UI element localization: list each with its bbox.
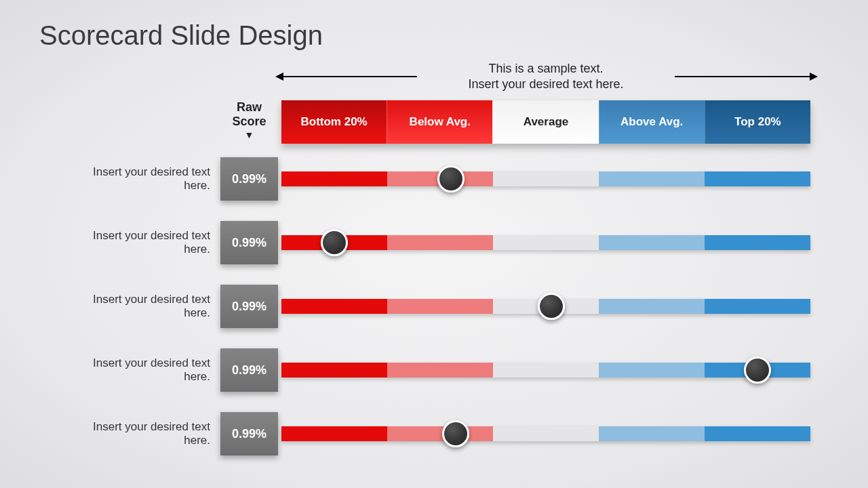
score-bar-segment bbox=[493, 171, 599, 186]
score-bar-segment bbox=[599, 363, 705, 378]
score-bar-segment bbox=[387, 299, 493, 314]
page-title: Scorecard Slide Design bbox=[39, 20, 323, 51]
scorecard-row: Insert your desired text here.0.99% bbox=[0, 285, 868, 328]
score-marker[interactable] bbox=[437, 165, 465, 192]
score-bar bbox=[281, 363, 810, 378]
score-bar-segment bbox=[493, 235, 599, 250]
arrow-left-icon bbox=[275, 73, 283, 81]
col-header-bottom-20: Bottom 20% bbox=[281, 100, 387, 144]
row-label: Insert your desired text here. bbox=[68, 157, 213, 201]
subtitle-line1: This is a sample text. bbox=[488, 62, 603, 75]
score-bar-segment bbox=[599, 299, 705, 314]
scorecard-row: Insert your desired text here.0.99% bbox=[0, 221, 868, 264]
score-marker[interactable] bbox=[321, 229, 348, 256]
raw-score-header: Raw Score ▼ bbox=[220, 100, 278, 140]
col-header-top-20: Top 20% bbox=[705, 100, 810, 144]
score-bar-segment bbox=[281, 426, 387, 441]
score-marker[interactable] bbox=[744, 357, 771, 384]
score-bar bbox=[281, 171, 810, 186]
score-bar-segment bbox=[281, 363, 387, 378]
score-marker[interactable] bbox=[442, 420, 469, 447]
row-label: Insert your desired text here. bbox=[68, 348, 213, 392]
arrow-right-icon bbox=[810, 73, 818, 81]
scorecard-row: Insert your desired text here.0.99% bbox=[0, 157, 868, 201]
score-bar-segment bbox=[599, 235, 705, 250]
row-label: Insert your desired text here. bbox=[68, 412, 213, 455]
scorecard-row: Insert your desired text here.0.99% bbox=[0, 348, 868, 392]
score-bar-segment bbox=[493, 363, 599, 378]
column-header-row: Bottom 20% Below Avg. Average Above Avg.… bbox=[281, 100, 810, 144]
score-bar-segment bbox=[705, 235, 810, 250]
score-bar bbox=[281, 235, 810, 250]
score-bar-segment bbox=[599, 171, 705, 186]
score-bar-segment bbox=[599, 426, 705, 441]
raw-score-value: 0.99% bbox=[220, 157, 278, 201]
score-bar-segment bbox=[387, 235, 493, 250]
col-header-below-avg: Below Avg. bbox=[387, 100, 492, 144]
score-bar-segment bbox=[387, 426, 493, 441]
range-arrow-line-left bbox=[281, 76, 417, 77]
raw-score-header-label: Raw Score bbox=[232, 100, 266, 128]
score-bar-segment bbox=[705, 426, 810, 441]
score-bar-segment bbox=[387, 363, 493, 378]
score-bar-segment bbox=[705, 299, 810, 314]
subtitle-line2: Insert your desired text here. bbox=[468, 77, 623, 91]
row-label: Insert your desired text here. bbox=[68, 285, 213, 328]
raw-score-value: 0.99% bbox=[220, 348, 278, 392]
triangle-down-icon: ▼ bbox=[220, 129, 278, 140]
score-bar-segment bbox=[493, 426, 599, 441]
range-arrow-line-right bbox=[675, 76, 810, 77]
col-header-average: Average bbox=[492, 100, 598, 144]
raw-score-value: 0.99% bbox=[220, 285, 278, 328]
score-marker[interactable] bbox=[538, 293, 565, 320]
raw-score-value: 0.99% bbox=[220, 221, 278, 264]
col-header-above-avg: Above Avg. bbox=[599, 100, 705, 144]
raw-score-value: 0.99% bbox=[220, 412, 278, 455]
row-label: Insert your desired text here. bbox=[68, 221, 213, 264]
score-bar bbox=[281, 426, 810, 441]
scorecard-row: Insert your desired text here.0.99% bbox=[0, 412, 868, 455]
score-bar-segment bbox=[281, 171, 387, 186]
score-bar-segment bbox=[705, 171, 810, 186]
score-bar-segment bbox=[281, 299, 387, 314]
